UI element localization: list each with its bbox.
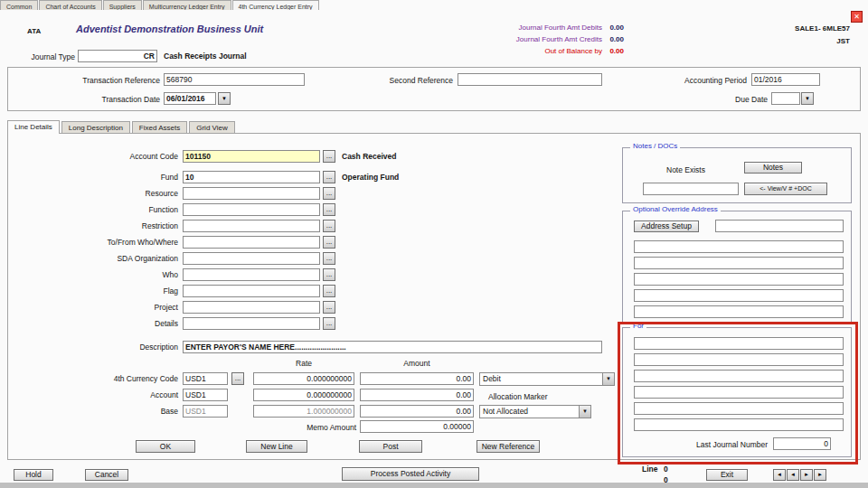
lookup-button-to-from-who-where[interactable]: ... bbox=[323, 236, 335, 249]
tab-long-description[interactable]: Long Description bbox=[61, 121, 130, 134]
field-flag[interactable] bbox=[183, 285, 320, 297]
field-to-from-who-where[interactable] bbox=[183, 236, 320, 249]
field-base-amount[interactable]: 0.00 bbox=[360, 405, 474, 418]
form-row-to-from-who-where: To/From Who/Where... bbox=[0, 236, 633, 250]
field-resource[interactable] bbox=[183, 187, 320, 200]
transaction-date-label: Transaction Date bbox=[15, 95, 160, 104]
process-posted-activity-button[interactable]: Process Posted Activity bbox=[342, 467, 479, 481]
view-doc-button[interactable]: <- View/V # +DOC bbox=[744, 183, 827, 195]
field-account-code[interactable]: USD1 bbox=[183, 389, 228, 401]
field-label-flag: Flag bbox=[0, 286, 178, 296]
journal-fourth-credits-value: 0.00 bbox=[602, 35, 624, 44]
field-account-code[interactable]: 101150 bbox=[183, 150, 320, 163]
nav-prev-button[interactable]: ◄ bbox=[787, 469, 799, 481]
top-tab-suppliers[interactable]: Suppliers bbox=[103, 0, 142, 10]
lookup-button-account-code[interactable]: ... bbox=[323, 150, 335, 163]
lookup-button-flag[interactable]: ... bbox=[323, 285, 335, 297]
top-tab-common[interactable]: Common bbox=[0, 0, 38, 10]
top-tab-multicurrency-ledger-entry[interactable]: Multicurrency Ledger Entry bbox=[143, 0, 231, 10]
ok-button[interactable]: OK bbox=[136, 440, 195, 453]
transaction-date-field[interactable]: 06/01/2016 bbox=[164, 92, 216, 105]
optional-override-address-panel: Optional Override Address Address Setup bbox=[622, 211, 852, 323]
lookup-button-restriction[interactable]: ... bbox=[323, 220, 335, 232]
field-function[interactable] bbox=[183, 203, 320, 216]
field-label-resource: Resource bbox=[0, 189, 178, 198]
field-details[interactable] bbox=[183, 317, 320, 330]
for-field-2[interactable] bbox=[634, 353, 844, 366]
address-field-5[interactable] bbox=[634, 305, 844, 318]
override-address-title: Optional Override Address bbox=[630, 205, 721, 213]
lookup-button-sda-organization[interactable]: ... bbox=[323, 252, 335, 265]
field-fund[interactable]: 10 bbox=[183, 171, 320, 183]
field-account-rate[interactable]: 0.000000000 bbox=[253, 389, 354, 401]
post-button[interactable]: Post bbox=[359, 440, 422, 453]
field-4th-currency-code-rate[interactable]: 0.000000000 bbox=[253, 372, 354, 385]
for-field-1[interactable] bbox=[634, 337, 844, 350]
transaction-date-dropdown-icon[interactable]: ▼ bbox=[218, 92, 231, 105]
new-reference-button[interactable]: New Reference bbox=[476, 440, 540, 453]
field-sda-organization[interactable] bbox=[183, 252, 320, 265]
due-date-field[interactable] bbox=[771, 92, 800, 105]
field-desc-account-code: Cash Received bbox=[342, 152, 396, 161]
field-base-code[interactable]: USD1 bbox=[183, 405, 228, 418]
tab-fixed-assets[interactable]: Fixed Assets bbox=[132, 121, 187, 134]
field-4th-currency-code-code[interactable]: USD1 bbox=[183, 372, 228, 385]
transaction-reference-field[interactable]: 568790 bbox=[164, 73, 305, 86]
accounting-period-field[interactable]: 01/2016 bbox=[751, 73, 820, 86]
description-field[interactable]: ENTER PAYOR'S NAME HERE.................… bbox=[183, 341, 602, 353]
for-field-3[interactable] bbox=[634, 370, 844, 382]
business-unit-code: ATA bbox=[27, 27, 41, 36]
due-date-dropdown-icon[interactable]: ▼ bbox=[801, 92, 814, 105]
line-counter-label: Line bbox=[642, 465, 657, 474]
notes-button[interactable]: Notes bbox=[744, 162, 802, 174]
address-field-1[interactable] bbox=[634, 240, 844, 253]
currency-row-4th-currency-code: 4th Currency CodeUSD1...0.0000000000.00 bbox=[0, 372, 633, 387]
new-line-button[interactable]: New Line bbox=[246, 440, 307, 453]
field-who[interactable] bbox=[183, 268, 320, 281]
address-field-top[interactable] bbox=[715, 220, 844, 232]
field-project[interactable] bbox=[183, 301, 320, 314]
amount-column-header: Amount bbox=[360, 359, 474, 368]
close-icon: ✕ bbox=[854, 13, 860, 21]
for-field-6[interactable] bbox=[634, 418, 844, 431]
lookup-button-project[interactable]: ... bbox=[323, 301, 335, 314]
field-account-amount[interactable]: 0.00 bbox=[360, 389, 474, 401]
field-base-rate[interactable]: 1.000000000 bbox=[253, 405, 354, 418]
field-label-4th-currency-code: 4th Currency Code bbox=[0, 374, 178, 383]
lookup-button-details[interactable]: ... bbox=[323, 317, 335, 330]
lookup-button-resource[interactable]: ... bbox=[323, 187, 335, 200]
lookup-button-4th-currency-code[interactable]: ... bbox=[231, 372, 244, 385]
top-tab-4th-currency-ledger-entry[interactable]: 4th Currency Ledger Entry bbox=[232, 0, 319, 10]
top-tab-chart-of-accounts[interactable]: Chart of Accounts bbox=[39, 0, 101, 10]
address-setup-button[interactable]: Address Setup bbox=[634, 221, 699, 232]
nav-first-button[interactable]: ◄ bbox=[773, 469, 786, 481]
address-field-3[interactable] bbox=[634, 273, 844, 286]
field-restriction[interactable] bbox=[183, 220, 320, 232]
transaction-reference-label: Transaction Reference bbox=[15, 76, 160, 85]
address-field-2[interactable] bbox=[634, 257, 844, 269]
for-field-5[interactable] bbox=[634, 402, 844, 415]
cancel-button[interactable]: Cancel bbox=[85, 469, 128, 481]
lookup-button-fund[interactable]: ... bbox=[323, 171, 335, 183]
nav-last-button[interactable]: ► bbox=[814, 469, 826, 481]
tab-grid-view[interactable]: Grid View bbox=[189, 121, 235, 134]
form-row-restriction: Restriction... bbox=[0, 220, 633, 234]
last-journal-number-field[interactable]: 0 bbox=[773, 437, 831, 450]
exit-button[interactable]: Exit bbox=[706, 469, 748, 481]
second-reference-field[interactable] bbox=[458, 73, 602, 86]
for-field-4[interactable] bbox=[634, 386, 844, 399]
note-exists-label: Note Exists bbox=[666, 165, 705, 174]
notes-docs-title: Notes / DOCs bbox=[630, 142, 680, 150]
memo-amount-field[interactable]: 0.00000 bbox=[360, 420, 474, 433]
tab-line-details[interactable]: Line Details bbox=[7, 120, 60, 134]
address-field-4[interactable] bbox=[634, 289, 844, 302]
journal-type-field[interactable]: CR bbox=[78, 50, 157, 62]
close-button[interactable]: ✕ bbox=[851, 11, 863, 23]
field-4th-currency-code-amount[interactable]: 0.00 bbox=[360, 372, 474, 385]
nav-next-button[interactable]: ► bbox=[800, 469, 813, 481]
hold-button[interactable]: Hold bbox=[14, 469, 53, 481]
note-field[interactable] bbox=[643, 183, 739, 195]
lookup-button-who[interactable]: ... bbox=[323, 268, 335, 281]
due-date-label: Due Date bbox=[693, 95, 768, 104]
lookup-button-function[interactable]: ... bbox=[323, 203, 335, 216]
